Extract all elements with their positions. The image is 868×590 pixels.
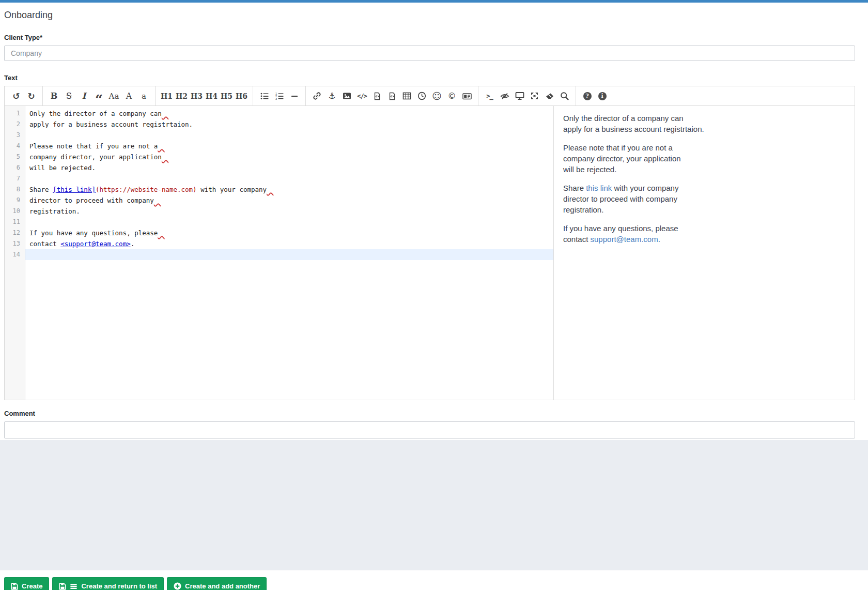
h4-icon[interactable]: H4 [204, 86, 219, 106]
horizontal-rule-icon[interactable] [287, 86, 302, 106]
editor-preview: Only the director of a company canapply … [554, 106, 855, 400]
hide-preview-icon[interactable] [497, 86, 512, 106]
trailing-space-marker [158, 228, 164, 239]
code-line[interactable] [25, 130, 553, 141]
preview-text: company director, your application [563, 154, 681, 163]
plus-circle-icon [174, 582, 181, 590]
client-type-label: Client Type* [4, 34, 855, 41]
terminal-icon[interactable]: >_ [482, 86, 497, 106]
h1-icon[interactable]: H1 [159, 86, 174, 106]
h3-icon[interactable]: H3 [189, 86, 204, 106]
code-line[interactable]: registration. [25, 206, 553, 217]
clock-icon[interactable] [414, 86, 429, 106]
create-and-return-to-list-button[interactable]: Create and return to list [52, 577, 164, 590]
markdown-editor: ↺↻BSI“AaAaH1H2H3H4H5H6123⚓</>☺©>_?i 1234… [4, 86, 855, 400]
line-number: 13 [5, 238, 20, 249]
create-button[interactable]: Create [4, 577, 49, 590]
file-code-alt-icon[interactable] [384, 86, 399, 106]
code-line[interactable] [25, 173, 553, 184]
code-line[interactable]: company director, your application [25, 152, 553, 162]
uppercase-icon[interactable]: A [121, 86, 136, 106]
text-label: Text [4, 74, 855, 82]
undo-icon[interactable]: ↺ [9, 86, 24, 106]
code-line[interactable]: apply for a business account registrtaio… [25, 119, 553, 130]
editor-body: 1234567891011121314 Only the director of… [5, 106, 855, 400]
line-number: 5 [5, 152, 20, 162]
save-icon [11, 583, 18, 590]
code-line-active[interactable] [25, 249, 553, 260]
code-line[interactable]: Please note that if you are not a [25, 141, 553, 152]
editor-toolbar: ↺↻BSI“AaAaH1H2H3H4H5H6123⚓</>☺©>_?i [5, 86, 855, 106]
code-line[interactable]: Share [this link](https://website-name.c… [25, 184, 553, 195]
strikethrough-icon[interactable]: S [61, 86, 76, 106]
toolbar-separator [155, 86, 156, 105]
font-size-icon[interactable]: Aa [106, 86, 121, 106]
code-icon[interactable]: </> [354, 86, 369, 106]
line-number: 14 [5, 249, 20, 260]
code-text: Share [29, 186, 53, 193]
code-line[interactable]: director to proceed with company [25, 195, 553, 206]
copyright-icon[interactable]: © [444, 86, 459, 106]
fullscreen-icon[interactable] [527, 86, 542, 106]
line-number: 4 [5, 141, 20, 152]
line-number: 10 [5, 206, 20, 217]
monitor-icon[interactable] [512, 86, 527, 106]
preview-paragraph: If you have any questions, pleasecontact… [563, 223, 844, 245]
preview-text: with your company [612, 184, 678, 192]
comment-input[interactable] [4, 421, 855, 438]
preview-paragraph: Share this link with your companydirecto… [563, 183, 844, 215]
list-icon [70, 583, 78, 590]
create-and-add-another-button[interactable]: Create and add another [167, 577, 267, 590]
eraser-icon[interactable] [542, 86, 557, 106]
h5-icon[interactable]: H5 [219, 86, 234, 106]
preview-text: apply for a business account registrtaio… [563, 125, 704, 133]
preview-paragraph: Only the director of a company canapply … [563, 113, 844, 134]
image-icon[interactable] [339, 86, 354, 106]
preview-paragraph: Please note that if you are not acompany… [563, 142, 844, 175]
toolbar-separator [576, 86, 576, 105]
quote-icon[interactable]: “ [91, 86, 106, 106]
code-text: apply for a business account registrtaio… [29, 120, 193, 128]
editor-code-area[interactable]: Only the director of a company can apply… [25, 106, 554, 400]
code-line[interactable]: If you have any questions, please [25, 228, 553, 238]
markdown-link-text: [this link] [53, 186, 96, 193]
help-icon[interactable]: ? [580, 86, 595, 106]
file-code-icon[interactable] [369, 86, 384, 106]
redo-icon[interactable]: ↻ [24, 86, 39, 106]
code-line[interactable] [25, 217, 553, 228]
h6-icon[interactable]: H6 [234, 86, 249, 106]
italic-icon[interactable]: I [76, 86, 91, 106]
button-label: Create [22, 582, 42, 590]
code-text: company director, your application [29, 153, 162, 161]
markdown-link-url: (https://website-name.com) [96, 186, 197, 193]
search-icon[interactable] [557, 86, 572, 106]
preview-link[interactable]: support@team.com [591, 235, 658, 244]
code-text: registration. [29, 207, 80, 215]
trailing-space-marker [158, 141, 164, 152]
code-line[interactable]: will be rejected. [25, 162, 553, 173]
form-footer-panel [0, 440, 868, 570]
anchor-icon[interactable]: ⚓ [324, 86, 339, 106]
ordered-list-icon[interactable]: 123 [272, 86, 287, 106]
preview-link[interactable]: this link [586, 184, 612, 192]
keyboard-icon[interactable] [459, 86, 474, 106]
unordered-list-icon[interactable] [257, 86, 272, 106]
client-type-input[interactable] [4, 46, 855, 61]
preview-text: registration. [563, 205, 603, 214]
link-icon[interactable] [309, 86, 324, 106]
table-icon[interactable] [399, 86, 414, 106]
toolbar-separator [305, 86, 306, 105]
line-number: 9 [5, 195, 20, 206]
code-line[interactable]: contact <support@team.com>. [25, 238, 553, 249]
bold-icon[interactable]: B [47, 86, 61, 106]
h2-icon[interactable]: H2 [174, 86, 189, 106]
line-number: 8 [5, 184, 20, 195]
toolbar-separator [42, 86, 43, 105]
code-line[interactable]: Only the director of a company can [25, 108, 553, 119]
line-number: 7 [5, 173, 20, 184]
info-icon[interactable]: i [595, 86, 610, 106]
actions-bar: CreateCreate and return to listCreate an… [0, 570, 868, 590]
preview-text: . [658, 235, 660, 244]
emoji-icon[interactable]: ☺ [429, 86, 444, 106]
lowercase-icon[interactable]: a [136, 86, 151, 106]
